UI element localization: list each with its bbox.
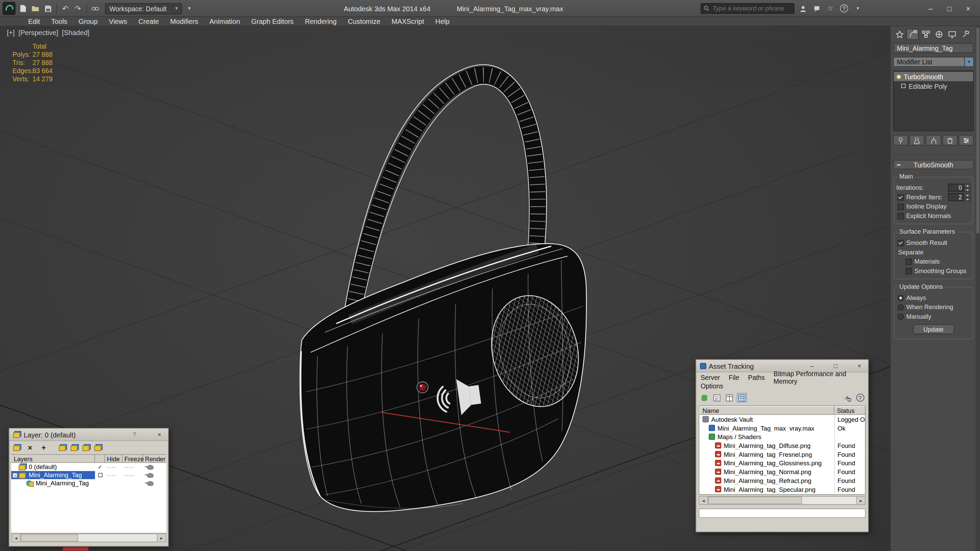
favorites-star-icon[interactable]: ☆ (825, 3, 835, 14)
asset-row-maps-shaders[interactable]: Maps / Shaders (699, 432, 865, 441)
asset-close-button[interactable]: × (854, 361, 864, 371)
iterations-value[interactable]: 0 (948, 184, 964, 192)
sign-in-icon[interactable] (798, 3, 808, 14)
layer-hscrollbar[interactable]: ◂ ▸ (11, 534, 166, 543)
menu-tools[interactable]: Tools (46, 17, 73, 26)
scroll-right-arrow[interactable]: ▸ (856, 497, 865, 504)
asset-row-maxfile[interactable]: Mini_Alarming_Tag_max_vray.max Ok (699, 424, 865, 432)
infocenter-search[interactable] (701, 3, 795, 14)
scroll-thumb[interactable] (708, 497, 802, 504)
configure-modifier-sets-button[interactable] (959, 135, 974, 146)
menu-customize[interactable]: Customize (342, 17, 386, 26)
smooth-result-checkbox[interactable] (898, 240, 904, 246)
object-row-mini-alarming-tag[interactable]: Mini_Alarming_Tag (11, 479, 166, 487)
report-view-icon[interactable] (712, 393, 722, 402)
delete-layer-icon[interactable]: × (25, 443, 35, 453)
modifier-list-dropdown[interactable]: Modifier List ▾ (893, 57, 974, 67)
manually-radio[interactable] (898, 313, 904, 319)
menu-animation[interactable]: Animation (204, 17, 246, 26)
asset-row-fresnel[interactable]: Mini_Alarming_tag_Fresnel.png Found (699, 449, 865, 459)
collapse-expander-icon[interactable] (13, 472, 18, 478)
isoline-display-checkbox[interactable] (898, 203, 904, 210)
create-new-layer-icon[interactable] (13, 444, 21, 451)
highlight-selected-layer-icon[interactable] (82, 444, 91, 451)
utilities-tab-icon[interactable] (959, 29, 972, 40)
hide-toggle[interactable]: ---- (105, 472, 123, 478)
select-link-icon[interactable] (90, 3, 100, 14)
column-view-icon[interactable] (724, 393, 734, 402)
status-column-header[interactable]: Status (834, 406, 865, 415)
spin-down-icon[interactable]: ▾ (964, 197, 970, 201)
materials-checkbox[interactable] (905, 258, 912, 264)
hide-column-header[interactable]: Hide (105, 455, 123, 462)
modifier-bulb-icon[interactable] (896, 74, 901, 79)
3dsmax-logo-icon[interactable] (2, 2, 16, 15)
scroll-thumb[interactable] (21, 534, 78, 541)
scroll-left-arrow[interactable]: ◂ (12, 534, 21, 541)
asset-row-glossiness[interactable]: Mini_Alarming_tag_Glossiness.png Found (699, 459, 865, 467)
update-button[interactable]: Update (913, 324, 954, 334)
hierarchy-tab-icon[interactable] (920, 29, 932, 40)
render-toggle[interactable] (143, 472, 166, 478)
menu-edit[interactable]: Edit (22, 17, 46, 26)
show-end-result-button[interactable] (910, 135, 924, 146)
when-rendering-radio[interactable] (898, 304, 904, 310)
hide-freeze-toggle-icon[interactable] (94, 444, 102, 451)
modifier-stack-item-turbosmooth[interactable]: TurboSmooth (894, 72, 973, 81)
new-scene-icon[interactable] (18, 3, 28, 14)
help-icon[interactable]: ? (839, 3, 850, 14)
current-layer-check[interactable]: ✓ (95, 464, 105, 470)
smoothing-groups-checkbox[interactable] (905, 268, 912, 274)
save-file-icon[interactable] (43, 3, 53, 14)
menu-modifiers[interactable]: Modifiers (165, 17, 204, 26)
asset-row-refract[interactable]: Mini_Alarming_tag_Refract.png Found (699, 476, 865, 485)
panel-scrollbar-thumb[interactable] (976, 27, 979, 233)
open-file-icon[interactable] (30, 3, 40, 14)
display-tab-icon[interactable] (946, 29, 958, 40)
freeze-column-header[interactable]: Freeze (123, 455, 143, 462)
asset-minimize-button[interactable]: – (807, 361, 817, 371)
redo-icon[interactable]: ↷ (73, 3, 83, 14)
rollout-header[interactable]: TurboSmooth (893, 160, 974, 169)
always-radio[interactable] (898, 295, 904, 301)
panel-scrollbar[interactable] (975, 26, 980, 551)
help-menu-caret[interactable]: ▾ (853, 3, 863, 14)
name-column-header[interactable]: Name (699, 406, 834, 415)
maximize-button[interactable]: □ (940, 1, 959, 16)
workspace-menu-caret[interactable]: ▾ (184, 3, 195, 14)
menu-views[interactable]: Views (103, 17, 133, 26)
minimize-button[interactable]: – (921, 1, 940, 16)
layer-help-button[interactable]: ? (129, 430, 139, 440)
viewport-pov-menu[interactable]: [Perspective] (18, 29, 58, 36)
asset-menu-bitmap-performance[interactable]: Bitmap Performance and Memory (773, 370, 864, 385)
asset-row-normal[interactable]: Mini_Alarming_tag_Normal.png Found (699, 467, 865, 476)
menu-rendering[interactable]: Rendering (299, 17, 342, 26)
asset-hscrollbar[interactable]: ◂ ▸ (698, 496, 865, 505)
explicit-normals-checkbox[interactable] (898, 213, 904, 219)
communication-center-icon[interactable] (811, 3, 822, 14)
scroll-right-arrow[interactable]: ▸ (157, 534, 166, 541)
asset-maximize-button[interactable]: □ (830, 361, 840, 371)
layer-row-default[interactable]: 0 (default) ✓ ---- ---- (11, 463, 166, 471)
select-highlighted-layer-icon[interactable] (59, 444, 67, 451)
pin-stack-button[interactable] (893, 135, 908, 146)
search-input[interactable] (711, 5, 791, 13)
viewport-shading-menu[interactable]: [Shaded] (62, 29, 89, 36)
table-view-icon[interactable] (737, 393, 747, 402)
spin-down-icon[interactable]: ▾ (964, 188, 970, 192)
update-help-icon[interactable] (843, 393, 853, 402)
menu-help[interactable]: Help (430, 17, 455, 26)
scroll-left-arrow[interactable]: ◂ (699, 497, 708, 504)
make-unique-button[interactable] (926, 135, 941, 146)
maxscript-mini-listener[interactable] (63, 546, 89, 551)
asset-menu-paths[interactable]: Paths (748, 373, 765, 381)
menu-maxscript[interactable]: MAXScript (386, 17, 430, 26)
layer-close-button[interactable]: × (154, 430, 164, 440)
render-iters-checkbox[interactable] (898, 194, 904, 200)
asset-row-vault[interactable]: Autodesk Vault Logged Ou (699, 415, 865, 424)
add-selection-to-layer-icon[interactable]: + (39, 443, 49, 453)
undo-icon[interactable]: ↶ (60, 3, 70, 14)
render-column-header[interactable]: Render (143, 455, 166, 462)
modifier-stack-item-editable-poly[interactable]: Editable Poly (894, 81, 973, 91)
remove-modifier-button[interactable] (942, 135, 957, 146)
